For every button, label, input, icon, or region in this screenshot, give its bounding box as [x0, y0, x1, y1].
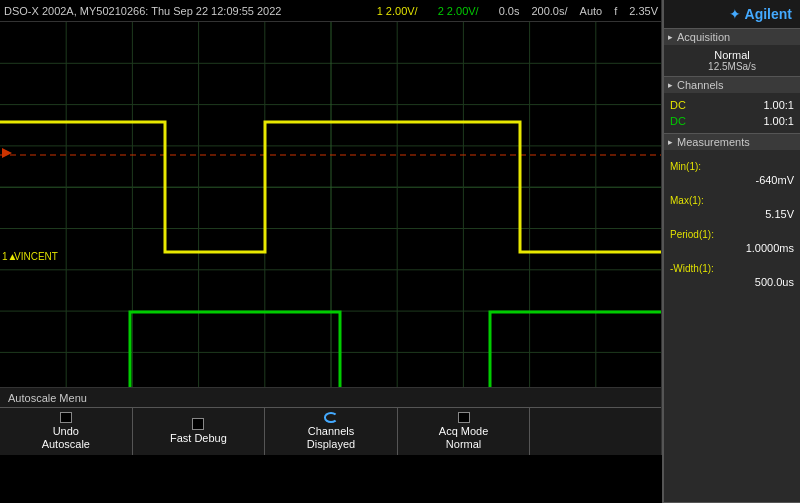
acquisition-mode: Normal	[670, 49, 794, 61]
agilent-logo-icon: ✦	[729, 6, 741, 22]
channels-section: Channels DC 1.00:1 DC 1.00:1	[664, 77, 800, 134]
trigger-mode: Auto	[580, 5, 603, 17]
refresh-icon	[324, 412, 338, 423]
max-label: Max(1):	[670, 195, 704, 206]
undo-checkbox	[60, 412, 72, 423]
acquisition-header: Acquisition	[664, 29, 800, 45]
logo-area: ✦ Agilent	[664, 0, 800, 29]
max-measurement: Max(1): 5.15V	[670, 188, 794, 222]
min-label: Min(1):	[670, 161, 701, 172]
acq-mode-label: Acq ModeNormal	[439, 425, 489, 451]
nwidth-label: -Width(1):	[670, 263, 714, 274]
fast-debug-checkbox	[192, 418, 204, 430]
svg-text:VINCENT: VINCENT	[14, 251, 58, 262]
min-value: -640mV	[670, 174, 794, 186]
trigger-icon: f	[614, 5, 617, 17]
ch2-scale: 2 2.00V/	[438, 5, 479, 17]
fast-debug-label: Fast Debug	[170, 432, 227, 445]
nwidth-value: 500.0us	[670, 276, 794, 288]
period-value: 1.0000ms	[670, 242, 794, 254]
ch2-coupling: DC	[670, 115, 686, 127]
min-measurement: Min(1): -640mV	[670, 154, 794, 188]
period-measurement: Period(1): 1.0000ms	[670, 222, 794, 256]
ch1-probe: 1.00:1	[763, 99, 794, 111]
channels-header: Channels	[664, 77, 800, 93]
channels-displayed-label: ChannelsDisplayed	[307, 425, 355, 451]
svg-marker-19	[2, 148, 12, 158]
autoscale-menu-label: Autoscale Menu	[8, 392, 87, 404]
ch2-probe: 1.00:1	[763, 115, 794, 127]
oscilloscope-screen: DSO-X 2002A, MY50210266: Thu Sep 22 12:0…	[0, 0, 662, 455]
ch1-channel-row: DC 1.00:1	[670, 97, 794, 113]
agilent-logo-text: Agilent	[745, 6, 792, 22]
empty-btn-5	[530, 408, 662, 455]
acquisition-rate: 12.5MSa/s	[670, 61, 794, 72]
nwidth-measurement: -Width(1): 500.0us	[670, 256, 794, 290]
acq-mode-checkbox	[458, 412, 470, 423]
timebase: 200.0s/	[531, 5, 567, 17]
acq-mode-button[interactable]: Acq ModeNormal	[398, 408, 531, 455]
measurements-header: Measurements	[664, 134, 800, 150]
period-label: Period(1):	[670, 229, 714, 240]
autoscale-status-bar: Autoscale Menu	[0, 387, 662, 407]
device-info: DSO-X 2002A, MY50210266: Thu Sep 22 12:0…	[4, 5, 281, 17]
top-status-bar: DSO-X 2002A, MY50210266: Thu Sep 22 12:0…	[0, 0, 662, 22]
undo-autoscale-button[interactable]: UndoAutoscale	[0, 408, 133, 455]
top-bar-right: 1 2.00V/ 2 2.00V/ 0.0s 200.0s/ Auto f 2.…	[377, 5, 658, 17]
ch1-coupling: DC	[670, 99, 686, 111]
right-panel: ✦ Agilent Acquisition Normal 12.5MSa/s C…	[662, 0, 800, 503]
ch2-channel-row: DC 1.00:1	[670, 113, 794, 129]
undo-autoscale-label: UndoAutoscale	[42, 425, 90, 451]
fast-debug-button[interactable]: Fast Debug	[133, 408, 266, 455]
max-value: 5.15V	[670, 208, 794, 220]
grid: 1▲ VINCENT 2▲ IHSAN	[0, 22, 662, 435]
ch1-scale: 1 2.00V/	[377, 5, 418, 17]
trigger-level: 2.35V	[629, 5, 658, 17]
acquisition-section: Acquisition Normal 12.5MSa/s	[664, 29, 800, 77]
channels-displayed-button[interactable]: ChannelsDisplayed	[265, 408, 398, 455]
measurements-section: Measurements Min(1): -640mV Max(1): 5.15…	[664, 134, 800, 503]
time-offset: 0.0s	[499, 5, 520, 17]
bottom-menu-bar: UndoAutoscale Fast Debug ChannelsDisplay…	[0, 407, 662, 455]
